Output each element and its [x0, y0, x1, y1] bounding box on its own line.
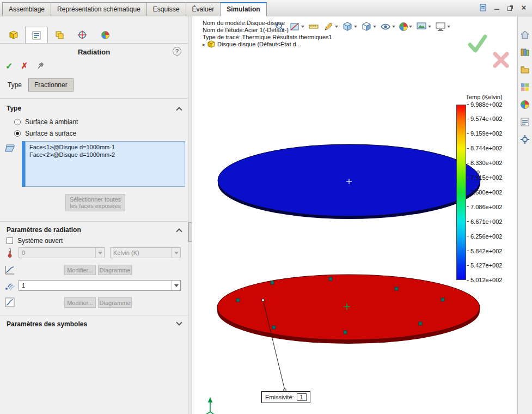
confirm-ok-button[interactable] [467, 34, 488, 55]
document-icon [479, 4, 487, 11]
eye-icon [380, 21, 391, 32]
command-tabs: Assemblage Représentation schématique Es… [2, 2, 266, 16]
chevron-down-icon [172, 248, 180, 258]
tab-esquisse[interactable]: Esquisse [146, 2, 186, 16]
view-cube-icon [342, 21, 353, 32]
home-icon[interactable] [519, 29, 530, 40]
chevron-down-icon [95, 248, 104, 258]
chevron-down-icon [354, 26, 357, 28]
open-system-checkbox-row[interactable]: Système ouvert [7, 236, 63, 245]
dimxpert-target-icon [77, 30, 87, 40]
ambient-temperature-value: 0 [22, 249, 25, 256]
list-item[interactable]: Face<1>@Disque d=1000mm-1 [28, 143, 182, 151]
minimize-icon [494, 6, 499, 10]
radio-checked-icon [14, 130, 21, 137]
list-item[interactable]: Face<2>@Disque d=1000mm-2 [28, 151, 182, 159]
property-manager-icon [32, 31, 41, 40]
diagram-view-factor-button: Diagramme [98, 297, 132, 308]
legend-value: 5.842e+002 [467, 248, 502, 254]
settings-gear-icon[interactable] [519, 134, 530, 145]
tree-root-label[interactable]: Disque-disque (Défaut<État d... [217, 41, 301, 47]
tab-representation-schematique[interactable]: Représentation schématique [51, 2, 147, 16]
panel-actions: ✓ ✗ [5, 61, 45, 71]
configurationmanager-tab[interactable] [48, 27, 71, 43]
section-view-button[interactable] [289, 21, 305, 33]
emissivity-value-field[interactable]: 1 [297, 393, 307, 401]
view-orientation-button[interactable] [341, 21, 358, 33]
appearances-icon[interactable] [519, 99, 530, 110]
confirm-cancel-button[interactable] [492, 51, 510, 70]
legend-value: 8.744e+002 [467, 145, 502, 151]
close-button[interactable]: × [520, 4, 528, 11]
faces-selection-box[interactable]: Face<1>@Disque d=1000mm-1 Face<2>@Disque… [22, 141, 185, 187]
pin-icon[interactable] [36, 62, 45, 70]
legend-value: 9.574e+002 [467, 116, 502, 122]
monitor-icon [435, 21, 446, 32]
view-settings-button[interactable] [435, 21, 451, 33]
checkbox-icon[interactable] [7, 238, 13, 244]
panel-title: Radiation [0, 48, 188, 56]
disk-bottom-face[interactable] [217, 275, 480, 340]
magnifier-icon [274, 21, 285, 32]
graphics-viewport[interactable]: Nom du modèle:Disque-disque Nom de l'étu… [192, 16, 517, 414]
select-all-exposed-faces-button: Sélectionner toutes les faces exposées [65, 194, 125, 211]
restore-icon [507, 7, 512, 11]
radio-surface-surface[interactable]: Surface à surface [14, 129, 76, 138]
flyout-tree-root[interactable]: ▸ Disque-disque (Défaut<État d... [203, 40, 301, 48]
restore-button[interactable] [506, 4, 514, 11]
tab-evaluer[interactable]: Évaluer [186, 2, 221, 16]
property-manager-panel: Radiation ? ✓ ✗ Type Fractionner Type [0, 16, 188, 414]
tab-assemblage[interactable]: Assemblage [2, 2, 51, 16]
tab-type[interactable]: Type [4, 79, 25, 91]
symbol-params-section-header[interactable]: Paramètres des symboles [0, 318, 188, 330]
panel-splitter[interactable] [188, 16, 192, 414]
view-palette-icon[interactable] [519, 82, 530, 93]
divider [0, 98, 188, 99]
custom-properties-icon[interactable] [519, 117, 530, 127]
expand-arrow-icon[interactable]: ▸ [203, 41, 205, 47]
emissivity-label: Emissivité: [265, 394, 294, 400]
tab-simulation[interactable]: Simulation [220, 2, 266, 16]
measure-button[interactable] [308, 21, 320, 33]
symbol-params-label: Paramètres des symboles [7, 320, 87, 328]
window-controls: × [479, 4, 528, 11]
cancel-button[interactable]: ✗ [21, 61, 28, 71]
displaymanager-tab[interactable] [94, 27, 117, 43]
radio-surface-ambient[interactable]: Surface à ambiant [14, 118, 78, 126]
chevron-down-icon [176, 320, 182, 326]
modify-temp-curve-button: Modifier... [64, 265, 96, 275]
ok-button[interactable]: ✓ [5, 61, 13, 71]
big-check-icon [467, 34, 488, 53]
display-style-button[interactable] [360, 21, 377, 33]
annotations-button[interactable] [322, 21, 339, 33]
type-section-header[interactable]: Type [0, 102, 188, 114]
temperature-legend: Temp (Kelvin) 9.988e+002 9.574e+002 9.15… [456, 94, 512, 283]
radiation-params-section-header[interactable]: Paramètres de radiation [0, 224, 188, 236]
edit-appearance-button[interactable] [399, 22, 413, 32]
propertymanager-tab[interactable] [25, 27, 48, 43]
featuremanager-tab[interactable] [2, 27, 25, 43]
file-explorer-icon[interactable] [519, 64, 530, 75]
zoom-fit-button[interactable] [274, 21, 286, 33]
design-library-icon[interactable] [519, 47, 530, 58]
view-factor-combo[interactable]: 1 [19, 280, 181, 291]
pencil-icon [323, 21, 334, 32]
ruler-icon [308, 21, 319, 32]
chevron-down-icon [392, 26, 395, 28]
chevron-up-icon [176, 228, 182, 234]
emissivity-callout[interactable]: Emissivité: 1 [261, 391, 310, 403]
minimize-button[interactable] [493, 4, 500, 11]
apply-scene-button[interactable] [415, 21, 432, 33]
temperature-unit-combo: Kelvin (K) [110, 247, 181, 258]
hide-show-items-button[interactable] [380, 21, 396, 33]
chevron-down-icon [373, 26, 376, 28]
legend-value: 7.086e+002 [467, 204, 502, 210]
faces-list[interactable]: Face<1>@Disque d=1000mm-1 Face<2>@Disque… [25, 141, 185, 187]
tab-fractionner[interactable]: Fractionner [28, 78, 74, 92]
help-icon[interactable]: ? [173, 47, 181, 56]
dimxpertmanager-tab[interactable] [71, 27, 94, 43]
assembly-icon [207, 40, 215, 48]
radio-surface-surface-label: Surface à surface [25, 130, 76, 137]
mode-tabs: Type Fractionner [4, 78, 74, 92]
ambient-temperature-combo: 0 [19, 247, 105, 258]
